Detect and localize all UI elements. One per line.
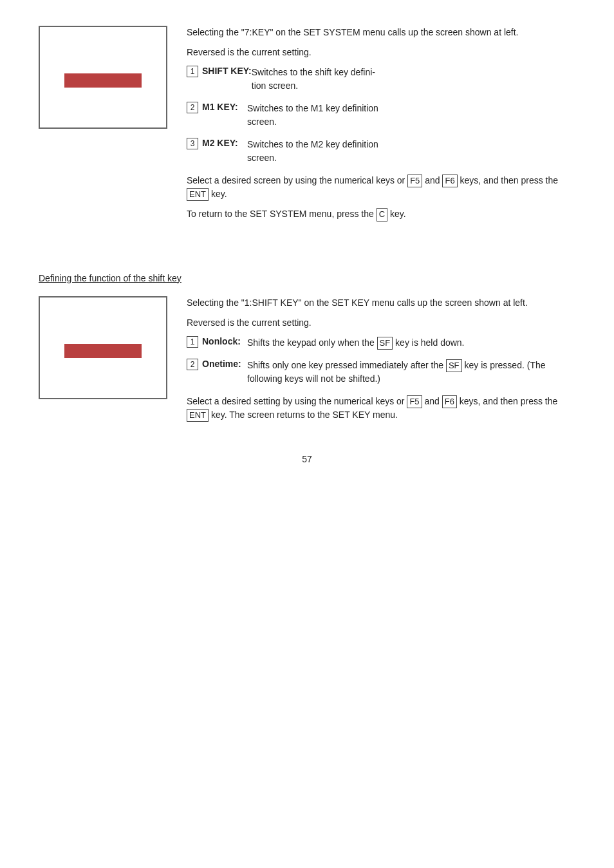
section2-intro: Selecting the "1:SHIFT KEY" on the SET K… xyxy=(187,296,575,310)
section1-note1: Select a desired screen by using the num… xyxy=(187,174,575,201)
key-label-onetime: Onetime: xyxy=(202,359,247,369)
key-number-nonlock: 1 xyxy=(187,336,198,348)
key-item-onetime: 2 Onetime: Shifts only one key pressed i… xyxy=(187,359,575,386)
section1-current-setting: Reversed is the current setting. xyxy=(187,46,575,59)
key-item-3: 3 M2 KEY: Switches to the M2 key definit… xyxy=(187,138,575,165)
section1-intro: Selecting the "7:KEY" on the SET SYSTEM … xyxy=(187,26,575,39)
page-number: 57 xyxy=(39,454,575,464)
key-label-nonlock: Nonlock: xyxy=(202,336,247,346)
content-block-1: Selecting the "7:KEY" on the SET SYSTEM … xyxy=(187,26,575,228)
key-label-m2: M2 KEY: xyxy=(202,138,247,148)
key-number-3: 3 xyxy=(187,138,198,149)
screen-highlight-2 xyxy=(64,344,142,358)
key-number-2: 2 xyxy=(187,102,198,113)
key-number-1: 1 xyxy=(187,66,198,77)
content-block-2: Selecting the "1:SHIFT KEY" on the SET K… xyxy=(187,296,575,429)
section2-note1: Select a desired setting by using the nu… xyxy=(187,395,575,422)
f5-key-2: F5 xyxy=(407,395,422,408)
f6-key-1: F6 xyxy=(442,175,457,187)
key-item-1: 1 SHIFT KEY: Switches to the shift key d… xyxy=(187,66,575,93)
f5-key-1: F5 xyxy=(407,175,422,187)
sf-key-onetime: SF xyxy=(446,359,462,372)
sf-key-nonlock: SF xyxy=(377,337,393,350)
section-1: Selecting the "7:KEY" on the SET SYSTEM … xyxy=(39,26,575,228)
section-2: Selecting the "1:SHIFT KEY" on the SET K… xyxy=(39,296,575,429)
c-key-1: C xyxy=(377,208,387,221)
section2-heading: Defining the function of the shift key xyxy=(39,273,575,283)
key-item-2: 2 M1 KEY: Switches to the M1 key definit… xyxy=(187,102,575,129)
divider xyxy=(39,254,575,273)
ent-key-2: ENT xyxy=(187,409,209,422)
key-number-onetime: 2 xyxy=(187,359,198,370)
section1-note2: To return to the SET SYSTEM menu, press … xyxy=(187,207,575,221)
screen-mockup-1 xyxy=(39,26,167,129)
screen-highlight-1 xyxy=(64,73,142,88)
screen-mockup-2 xyxy=(39,296,167,399)
key-label-m1: M1 KEY: xyxy=(202,102,247,112)
key-label-shift: SHIFT KEY: xyxy=(202,66,252,76)
key-desc-shift: Switches to the shift key defini-tion sc… xyxy=(252,66,575,93)
key-item-nonlock: 1 Nonlock: Shifts the keypad only when t… xyxy=(187,336,575,350)
section2-current-setting: Reversed is the current setting. xyxy=(187,316,575,330)
key-desc-onetime: Shifts only one key pressed immediately … xyxy=(247,359,575,386)
key-desc-m2: Switches to the M2 key definitionscreen. xyxy=(247,138,575,165)
key-desc-m1: Switches to the M1 key definitionscreen. xyxy=(247,102,575,129)
ent-key-1: ENT xyxy=(187,188,209,201)
key-desc-nonlock: Shifts the keypad only when the SF key i… xyxy=(247,336,575,350)
f6-key-2: F6 xyxy=(442,395,457,408)
